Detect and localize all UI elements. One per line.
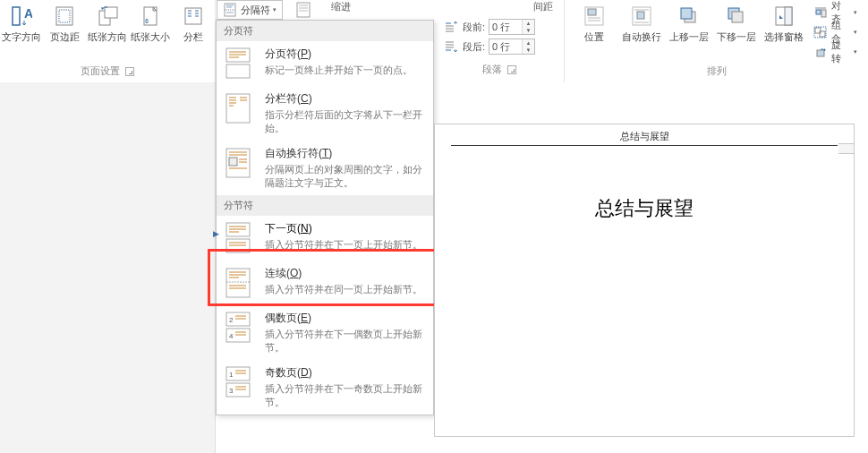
column-break-title: 分栏符(C) [265,92,312,105]
svg-rect-35 [785,7,792,25]
svg-text:1: 1 [229,371,234,379]
breaks-button[interactable]: 分隔符 ▾ [217,0,283,20]
svg-rect-57 [226,94,250,123]
breaks-button-label: 分隔符 [241,4,270,17]
margins-button[interactable]: 页边距 [43,2,86,45]
columns-icon [183,4,204,29]
send-backward-icon [725,4,748,29]
arrange-group-label: 排列 [707,64,727,78]
spacing-before-down[interactable]: ▼ [523,27,534,34]
spacing-before-up[interactable]: ▲ [523,20,534,27]
size-icon [140,4,161,29]
spacing-after-up[interactable]: ▲ [523,39,534,47]
svg-rect-31 [681,8,692,19]
menu-item-next-page[interactable]: 下一页(N)插入分节符并在下一页上开始新节。 [217,216,433,261]
spacing-before-input[interactable]: 0 行▲▼ [489,19,535,35]
svg-rect-7 [185,8,201,24]
ruler-bump [838,143,855,154]
spacing-before-icon [443,20,459,34]
text-wrapping-desc: 分隔网页上的对象周围的文字，如分隔题注文字与正文。 [265,163,426,190]
svg-rect-38 [821,10,826,17]
svg-rect-67 [229,158,237,166]
orientation-label: 纸张方向 [88,30,127,43]
spacing-after-down[interactable]: ▼ [523,47,534,54]
text-wrapping-title: 自动换行符(T) [265,147,332,159]
orientation-icon [97,4,118,29]
menu-item-page-break[interactable]: 分页符(P)标记一页终止并开始下一页的点。 [217,41,433,86]
paragraph-dialog-launcher[interactable] [507,65,516,74]
menu-item-text-wrapping[interactable]: 自动换行符(T)分隔网页上的对象周围的文字，如分隔题注文字与正文。 [217,141,433,195]
bring-forward-label: 上移一层 [669,30,709,43]
menu-arrow-icon: ▶ [213,229,219,238]
svg-rect-42 [817,50,824,56]
send-backward-button[interactable]: 下移一层 [713,2,761,45]
bring-forward-icon [677,4,701,29]
next-page-desc: 插入分节符并在下一页上开始新节。 [265,238,422,252]
page-setup-group-label: 页面设置 [81,64,120,78]
breaks-menu: 分页符 分页符(P)标记一页终止并开始下一页的点。 分栏符(C)指示分栏符后面的… [216,20,434,415]
continuous-title: 连续(O) [265,267,302,279]
svg-text:A: A [24,6,32,21]
selection-pane-icon [772,4,796,29]
bring-forward-button[interactable]: 上移一层 [665,2,712,45]
spacing-after-icon [443,39,459,54]
selection-pane-button[interactable]: 选择窗格 [761,2,808,45]
svg-rect-23 [588,9,596,15]
text-wrapping-icon [224,146,254,180]
even-page-title: 偶数页(E) [265,312,311,324]
section-breaks-header: 分节符 [217,195,433,216]
menu-item-column-break[interactable]: 分栏符(C)指示分栏符后面的文字将从下一栏开始。 [217,86,433,141]
size-button[interactable]: 纸张大小 [129,2,172,45]
column-break-icon [224,91,254,125]
svg-text:2: 2 [229,316,234,324]
page-break-icon [224,47,254,81]
group-icon [813,26,828,38]
svg-rect-48 [297,3,310,17]
spacing-after-input[interactable]: 0 行▲▼ [489,38,535,55]
svg-rect-5 [105,7,117,18]
text-direction-icon: A [11,4,32,29]
send-backward-label: 下移一层 [717,30,756,43]
spacing-header: 间距 [533,0,553,13]
chevron-down-icon: ▾ [273,6,277,13]
spacing-after-value: 0 行 [492,40,510,54]
svg-rect-78 [226,269,250,297]
even-page-desc: 插入分节符并在下一偶数页上开始新节。 [265,328,426,355]
menu-item-continuous[interactable]: 连续(O)插入分节符并在同一页上开始新节。 [217,261,433,305]
wrap-button[interactable]: 自动换行 [617,2,665,45]
even-page-icon: 24 [224,311,254,345]
line-numbers-icon [295,2,311,18]
breaks-icon [223,3,237,17]
svg-rect-56 [226,64,250,78]
page-breaks-header: 分页符 [217,21,433,41]
align-icon [813,6,828,19]
spacing-before-label: 段前: [463,21,485,34]
margins-icon [54,4,75,29]
text-direction-label: 文字方向 [2,30,41,43]
text-direction-button[interactable]: A 文字方向 [0,2,43,45]
size-label: 纸张大小 [131,30,170,43]
line-numbers-button[interactable] [295,0,311,20]
paragraph-group-label: 段落 [482,63,502,76]
columns-button[interactable]: 分栏 [172,2,215,45]
position-label: 位置 [584,30,604,43]
svg-text:3: 3 [229,387,234,395]
rotate-button[interactable]: 旋转▾ [810,43,861,61]
svg-rect-37 [816,10,821,14]
wrap-icon [630,4,653,29]
selection-pane-label: 选择窗格 [764,30,804,43]
page-break-desc: 标记一页终止并开始下一页的点。 [265,64,413,77]
spacing-before-value: 0 行 [492,21,510,34]
document-header: 总结与展望 [435,124,854,145]
column-break-desc: 指示分栏符后面的文字将从下一栏开始。 [265,108,426,135]
next-page-icon [224,221,254,255]
odd-page-title: 奇数页(D) [265,366,312,379]
columns-label: 分栏 [183,30,203,43]
document-page: 总结与展望 总结与展望 [434,124,855,437]
menu-item-even-page[interactable]: 24 偶数页(E)插入分节符并在下一偶数页上开始新节。 [217,305,433,360]
menu-item-odd-page[interactable]: 13 奇数页(D)插入分节符并在下一奇数页上开始新节。 [217,360,433,415]
continuous-icon [224,266,254,300]
orientation-button[interactable]: 纸张方向 [86,2,129,45]
position-button[interactable]: 位置 [570,2,617,45]
page-setup-dialog-launcher[interactable] [125,67,134,76]
